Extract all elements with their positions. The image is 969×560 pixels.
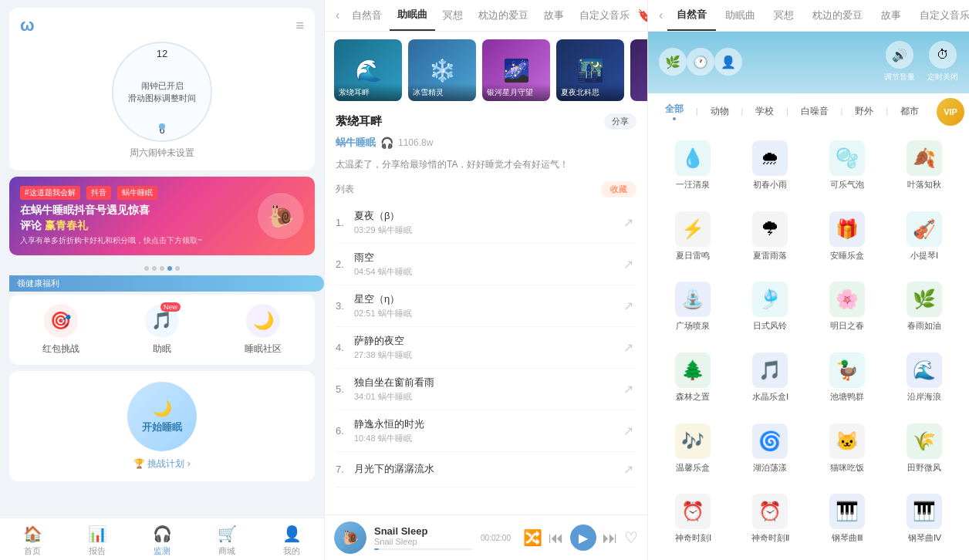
- sound-item-10[interactable]: 🌸 明日之春: [810, 275, 884, 343]
- sound-name-20: 神奇时刻Ⅰ: [675, 532, 711, 544]
- nav-profile[interactable]: 👤 我的: [282, 525, 302, 557]
- album-card-5[interactable]: 🌠: [630, 39, 647, 101]
- sound-item-18[interactable]: 🐱 猫咪吃饭: [810, 417, 884, 485]
- sound-item-22[interactable]: 🎹 钢琴曲Ⅲ: [810, 487, 884, 555]
- sound-item-2[interactable]: 🫧 可乐气泡: [810, 134, 884, 202]
- health-label[interactable]: 领健康福利: [9, 275, 324, 292]
- track-share-icon[interactable]: ↗: [620, 295, 636, 316]
- bookmark-icon[interactable]: 🔖: [637, 8, 648, 23]
- sound-icon-7: 🎻: [907, 211, 942, 247]
- cat-animal[interactable]: 动物: [701, 100, 738, 123]
- tab-idol-right[interactable]: 枕边的爱豆: [803, 1, 872, 30]
- sound-item-12[interactable]: 🌲 森林之置: [656, 346, 730, 414]
- shuffle-button[interactable]: 🔀: [523, 528, 542, 547]
- track-share-icon[interactable]: ↗: [620, 212, 636, 233]
- sound-item-14[interactable]: 🦆 池塘鸭群: [810, 346, 884, 414]
- play-button[interactable]: ▶: [570, 525, 596, 551]
- cat-school[interactable]: 学校: [746, 100, 783, 123]
- tab-meditation-middle[interactable]: 冥想: [435, 1, 471, 30]
- track-item[interactable]: 1. 夏夜（β） 03:29 蜗牛睡眠 ↗: [336, 202, 636, 244]
- nav-home[interactable]: 🏠 首页: [23, 525, 42, 557]
- sound-icon-18: 🐱: [829, 423, 865, 459]
- sound-item-11[interactable]: 🌿 春雨如油: [887, 275, 961, 343]
- right-back-button[interactable]: ‹: [654, 1, 667, 30]
- mini-progress-bar[interactable]: [374, 548, 473, 550]
- sound-item-23[interactable]: 🎹 钢琴曲Ⅳ: [887, 487, 961, 555]
- track-share-icon[interactable]: ↗: [620, 459, 636, 480]
- nav-monitor[interactable]: 🎧 监测: [153, 525, 172, 557]
- sound-item-15[interactable]: 🌊 沿岸海浪: [887, 346, 961, 414]
- track-share-icon[interactable]: ↗: [620, 337, 636, 358]
- sound-item-13[interactable]: 🎵 水晶乐盒Ⅰ: [733, 346, 807, 414]
- collect-button[interactable]: 收藏: [601, 181, 636, 197]
- action-sleep[interactable]: 🎵New 助眠: [145, 304, 179, 356]
- timer-control[interactable]: ⏱ 定时关闭: [927, 41, 958, 83]
- nav-shop[interactable]: 🛒 商城: [218, 525, 237, 557]
- track-item[interactable]: 3. 星空（η） 02:51 蜗牛睡眠 ↗: [336, 285, 636, 327]
- sound-item-6[interactable]: 🎁 安睡乐盒: [810, 205, 884, 273]
- track-share-icon[interactable]: ↗: [620, 254, 636, 275]
- monitor-icon: 🎧: [153, 525, 172, 543]
- album-card-2[interactable]: ❄️ 冰雪精灵: [408, 39, 476, 101]
- album-card-1[interactable]: 🌊 萦绕耳畔: [334, 39, 402, 101]
- tab-nature-middle[interactable]: 自然音: [344, 1, 390, 30]
- action-community[interactable]: 🌙 睡眠社区: [245, 304, 282, 356]
- cat-outdoor[interactable]: 野外: [846, 100, 883, 123]
- track-item[interactable]: 7. 月光下的潺潺流水 ↗: [336, 452, 636, 487]
- cat-city[interactable]: 都市: [891, 100, 928, 123]
- nature-icon-leaf[interactable]: 🌿: [659, 48, 687, 76]
- middle-tabs: ‹ 自然音 助眠曲 冥想 枕边的爱豆 故事 自定义音乐 🔖: [325, 0, 647, 32]
- volume-control[interactable]: 🔊 调节音量: [884, 41, 915, 83]
- cat-all[interactable]: 全部: [656, 98, 693, 125]
- tab-idol-middle[interactable]: 枕边的爱豆: [471, 1, 536, 30]
- banner-area[interactable]: #这道题我会解 抖音 蜗牛睡眠 在蜗牛睡眠抖音号遇见惊喜评论 赢青春礼 入享有单…: [9, 177, 315, 255]
- sound-item-5[interactable]: 🌩 夏雷雨落: [733, 205, 807, 273]
- track-item[interactable]: 5. 独自坐在窗前看雨 34:01 蜗牛睡眠 ↗: [336, 369, 636, 410]
- action-icon-community: 🌙: [246, 304, 280, 338]
- prev-button[interactable]: ⏮: [549, 529, 564, 547]
- track-share-icon[interactable]: ↗: [620, 379, 636, 400]
- next-button[interactable]: ⏭: [603, 529, 618, 547]
- tab-meditation-right[interactable]: 冥想: [765, 1, 803, 30]
- album-card-4[interactable]: 🌃 夏夜北科思: [556, 39, 624, 101]
- track-item[interactable]: 6. 静逸永恒的时光 10:48 蜗牛睡眠 ↗: [336, 410, 636, 452]
- sound-item-17[interactable]: 🌀 湖泊荡漾: [733, 417, 807, 485]
- tab-custom-right[interactable]: 自定义音乐: [910, 1, 969, 30]
- sound-item-7[interactable]: 🎻 小提琴Ⅰ: [887, 205, 961, 273]
- nature-icon-clock[interactable]: 🕐: [687, 48, 714, 76]
- favorite-button[interactable]: ♡: [624, 528, 638, 547]
- track-item[interactable]: 2. 雨空 04:54 蜗牛睡眠 ↗: [336, 244, 636, 285]
- sound-item-16[interactable]: 🎶 温馨乐盒: [656, 417, 730, 485]
- tab-nature-right[interactable]: 自然音: [667, 0, 716, 31]
- sound-item-8[interactable]: ⛲ 广场喷泉: [656, 275, 730, 343]
- clock-circle[interactable]: 12 闹钟已开启 滑动图标调整时间 6: [112, 42, 212, 142]
- share-button[interactable]: 分享: [604, 113, 636, 130]
- tab-story-middle[interactable]: 故事: [536, 1, 572, 30]
- sound-item-21[interactable]: ⏰ 神奇时刻Ⅱ: [733, 487, 807, 555]
- cat-white-noise[interactable]: 白噪音: [792, 100, 838, 123]
- middle-back-button[interactable]: ‹: [331, 1, 344, 30]
- clock-icon: 🕐: [687, 48, 714, 76]
- sound-item-4[interactable]: ⚡ 夏日雷鸣: [656, 205, 730, 273]
- tab-story-right[interactable]: 故事: [872, 1, 910, 30]
- sound-item-3[interactable]: 🍂 叶落知秋: [887, 134, 961, 202]
- nav-report[interactable]: 📊 报告: [88, 525, 107, 557]
- track-share-icon[interactable]: ↗: [620, 420, 636, 441]
- sound-item-1[interactable]: 🌧 初春小雨: [733, 134, 807, 202]
- sound-item-19[interactable]: 🌾 田野微风: [887, 417, 961, 485]
- sound-item-0[interactable]: 💧 一汪清泉: [656, 134, 730, 202]
- start-sleep-button[interactable]: 🌙 开始睡眠: [127, 382, 197, 451]
- tab-sleep-song[interactable]: 助眠曲: [390, 0, 435, 31]
- sound-item-9[interactable]: 🎐 日式风铃: [733, 275, 807, 343]
- action-hongbao[interactable]: 🎯 红包挑战: [42, 304, 79, 356]
- sound-icon-12: 🌲: [675, 353, 711, 388]
- album-card-3[interactable]: 🌌 银河星月守望: [482, 39, 550, 101]
- nature-icon-person[interactable]: 👤: [714, 48, 742, 76]
- tab-sleep-right[interactable]: 助眠曲: [716, 1, 765, 30]
- track-item[interactable]: 4. 萨静的夜空 27:38 蜗牛睡眠 ↗: [336, 327, 636, 369]
- menu-icon[interactable]: ≡: [295, 18, 304, 34]
- vip-badge[interactable]: VIP: [937, 98, 964, 126]
- tab-custom-middle[interactable]: 自定义音乐: [572, 1, 637, 30]
- challenge-link[interactable]: 🏆 挑战计划 ›: [20, 457, 304, 471]
- sound-item-20[interactable]: ⏰ 神奇时刻Ⅰ: [656, 487, 730, 555]
